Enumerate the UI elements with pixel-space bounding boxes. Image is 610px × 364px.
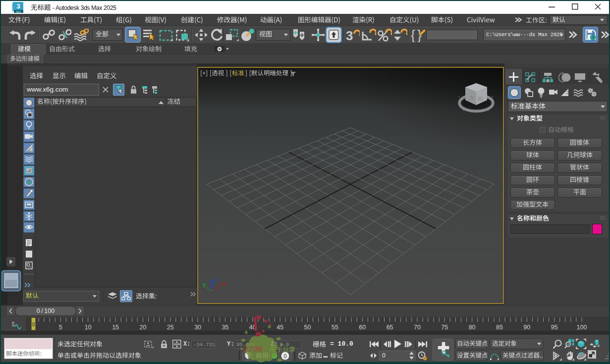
svg-text:*: * <box>458 96 460 99</box>
svg-text:3: 3 <box>16 2 20 10</box>
svg-text:50: 50 <box>304 324 311 331</box>
svg-text:80: 80 <box>469 324 476 331</box>
svg-text:35: 35 <box>222 324 228 331</box>
svg-text:x: x <box>222 280 226 286</box>
svg-text:25: 25 <box>167 324 174 331</box>
svg-text:{: { <box>411 28 415 42</box>
svg-text:10: 10 <box>85 324 92 331</box>
svg-text:20: 20 <box>139 324 146 331</box>
svg-text:z: z <box>214 276 217 282</box>
svg-text:30: 30 <box>194 324 201 331</box>
svg-text:*: * <box>492 96 494 99</box>
svg-text:55: 55 <box>332 324 338 331</box>
svg-text:90: 90 <box>523 324 530 331</box>
svg-text:75: 75 <box>441 324 448 331</box>
svg-text:MAX: MAX <box>16 11 21 13</box>
svg-text:60: 60 <box>359 324 366 331</box>
svg-text:95: 95 <box>551 324 558 331</box>
svg-text:15: 15 <box>112 324 119 331</box>
svg-text:5: 5 <box>59 324 62 331</box>
svg-text:70: 70 <box>414 324 421 331</box>
svg-text:100: 100 <box>577 324 587 331</box>
svg-text:65: 65 <box>387 324 393 331</box>
svg-text:y: y <box>203 281 206 287</box>
svg-text:3: 3 <box>346 29 353 42</box>
svg-text:85: 85 <box>496 324 503 331</box>
